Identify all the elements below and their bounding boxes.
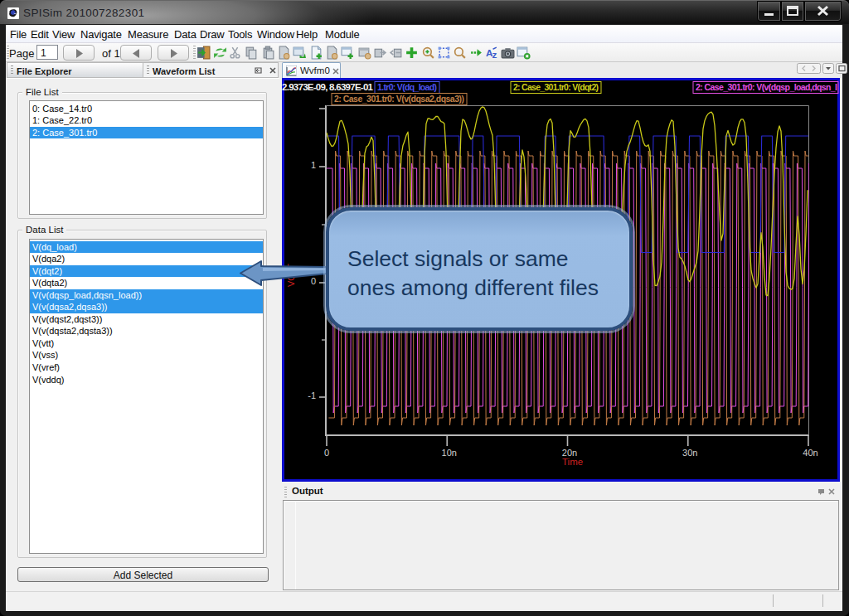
- svg-text:1: 1: [311, 160, 316, 170]
- svg-text:z: z: [492, 49, 497, 60]
- svg-text:Time: Time: [562, 457, 583, 467]
- svg-text:10n: 10n: [442, 448, 457, 458]
- svg-text:1.tr0: V(dq_load): 1.tr0: V(dq_load): [377, 82, 437, 92]
- svg-text:-1: -1: [308, 390, 316, 400]
- svg-text:2.9373E-09, 8.6397E-01: 2.9373E-09, 8.6397E-01: [282, 82, 374, 92]
- svg-text:2: Case_301.tr0: V(dqt2): 2: Case_301.tr0: V(dqt2): [513, 82, 599, 92]
- svg-text:40n: 40n: [803, 448, 817, 458]
- svg-text:2: Case_301.tr0: V(v(dqsp_load: 2: Case_301.tr0: V(v(dqsp_load,dqsn_l: [696, 82, 837, 92]
- svg-text:2: Case_301.tr0: V(v(dqsa2,dqs: 2: Case_301.tr0: V(v(dqsa2,dqsa3)): [334, 94, 464, 104]
- svg-text:30n: 30n: [682, 448, 697, 458]
- svg-text:0: 0: [324, 448, 329, 458]
